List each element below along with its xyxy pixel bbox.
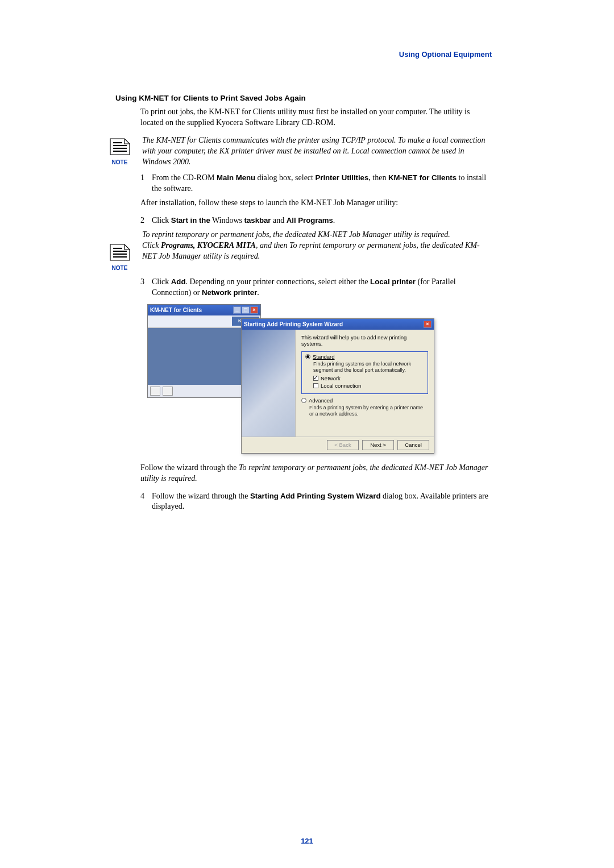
step-4-b1: Starting Add Printing System Wizard <box>250 492 380 500</box>
advanced-label[interactable]: Advanced <box>309 397 333 404</box>
step-2: 2 Click Start in the Windows taskbar and… <box>140 215 492 226</box>
maximize-button[interactable]: □ <box>242 306 250 314</box>
km-title-text: KM-NET for Clients <box>150 307 202 313</box>
wizard-side-image <box>242 330 296 437</box>
follow-para: Follow the wizard through the To reprint… <box>140 463 492 484</box>
step-3-b2: Local printer <box>370 277 416 286</box>
minimize-button[interactable]: _ <box>233 306 241 314</box>
radio-advanced[interactable] <box>301 398 306 403</box>
step-3-post: . <box>257 288 259 297</box>
step-1-pre: From the CD-ROM <box>152 173 217 182</box>
km-title-bar: KM-NET for Clients _ □ × <box>148 305 260 315</box>
page-number: 121 <box>0 837 614 845</box>
note-label: NOTE <box>104 159 135 165</box>
km-btn-2[interactable] <box>163 387 173 396</box>
step-1-num: 1 <box>140 173 152 194</box>
cancel-button[interactable]: Cancel <box>397 440 429 450</box>
step-2-mid1: Windows <box>210 216 244 225</box>
step-1-b1: Main Menu <box>217 173 255 182</box>
step-4-pre: Follow the wizard through the <box>152 492 250 500</box>
wizard-title-bar: Starting Add Printing System Wizard × <box>242 319 434 330</box>
radio-standard[interactable] <box>305 354 310 359</box>
after-install: After installation, follow these steps t… <box>140 198 492 209</box>
note-icon <box>109 241 131 263</box>
wizard-title-text: Starting Add Printing System Wizard <box>244 321 343 327</box>
step-1-mid2: , then <box>368 173 388 182</box>
wizard-close-button[interactable]: × <box>424 321 432 328</box>
note-1-text: The KM-NET for Clients communicates with… <box>135 135 492 168</box>
step-1: 1 From the CD-ROM Main Menu dialog box, … <box>140 173 492 194</box>
note-2-line2-pre: Click <box>142 241 161 250</box>
step-2-b3: All Programs <box>287 216 333 225</box>
wizard-window: Starting Add Printing System Wizard × Th… <box>241 318 434 454</box>
checkbox-network[interactable] <box>313 376 318 381</box>
note-label: NOTE <box>104 265 135 271</box>
close-button[interactable]: × <box>250 306 258 314</box>
wizard-intro: This wizard will help you to add new pri… <box>301 334 428 347</box>
standard-option-group: Standard Finds printing systems on the l… <box>301 351 428 394</box>
next-button[interactable]: Next > <box>362 440 394 450</box>
advanced-desc: Finds a printing system by entering a pr… <box>309 405 428 417</box>
screenshot-wizard: KM-NET for Clients _ □ × KM-NE Starting <box>147 304 437 455</box>
step-2-mid2: and <box>271 216 287 225</box>
back-button: < Back <box>327 440 359 450</box>
standard-desc: Finds printing systems on the local netw… <box>313 361 424 373</box>
wizard-button-row: < Back Next > Cancel <box>242 437 434 454</box>
step-2-post: . <box>333 216 335 225</box>
intro-paragraph: To print out jobs, the KM-NET for Client… <box>140 107 492 128</box>
step-4: 4 Follow the wizard through the Starting… <box>140 491 492 513</box>
note-2-line1: To reprint temporary or permanent jobs, … <box>142 230 492 240</box>
header-section: Using Optional Equipment <box>399 50 492 59</box>
step-1-mid1: dialog box, select <box>255 173 315 182</box>
step-2-pre: Click <box>152 216 171 225</box>
note-2-line2-b: Programs, KYOCERA MITA <box>161 241 256 250</box>
note-1: NOTE The KM-NET for Clients communicates… <box>104 135 492 168</box>
checkbox-local[interactable] <box>313 383 318 388</box>
step-3-b1: Add <box>171 277 186 286</box>
step-4-num: 4 <box>140 491 152 513</box>
follow-pre: Follow the wizard through the <box>140 463 239 472</box>
section-heading: Using KM-NET for Clients to Print Saved … <box>115 94 492 102</box>
network-label[interactable]: Network <box>321 375 341 381</box>
step-3-mid1: . Depending on your printer connections,… <box>185 277 370 286</box>
local-label[interactable]: Local connection <box>321 383 361 389</box>
step-2-b2: taskbar <box>244 216 271 225</box>
step-3-pre: Click <box>152 277 171 286</box>
note-2-text: To reprint temporary or permanent jobs, … <box>135 230 492 262</box>
km-btn-1[interactable] <box>150 387 160 396</box>
step-2-b1: Start in the <box>171 216 210 225</box>
step-1-b2: Printer Utilities <box>315 173 368 182</box>
step-1-b3: KM-NET for Clients <box>388 173 457 182</box>
note-icon <box>109 135 131 157</box>
step-3: 3 Click Add. Depending on your printer c… <box>140 277 492 298</box>
step-3-num: 3 <box>140 277 152 298</box>
step-3-b3: Network printer <box>202 288 257 297</box>
step-2-num: 2 <box>140 215 152 226</box>
note-2: NOTE To reprint temporary or permanent j… <box>104 230 492 271</box>
standard-label[interactable]: Standard <box>313 354 335 360</box>
